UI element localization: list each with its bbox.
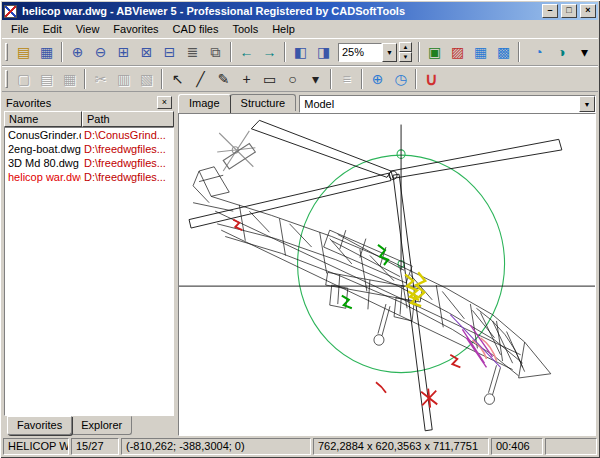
maximize-button[interactable]: □ (561, 4, 577, 18)
file-path: D:\freedwgfiles... (81, 170, 173, 184)
menu-favorites[interactable]: Favorites (106, 21, 165, 37)
layout-combo[interactable]: Model ▼ (299, 95, 596, 113)
grid-view-icon[interactable]: ▦ (469, 41, 492, 63)
status-bar: HELICOP WAR15/27(-810,262; -388,3004; 0)… (2, 436, 598, 456)
menu-tools[interactable]: Tools (225, 21, 265, 37)
preview-panel-icon[interactable]: ◨ (312, 41, 335, 63)
draw-polyline-icon[interactable]: ✎ (212, 68, 235, 90)
snap-center-icon[interactable]: ⊕ (366, 68, 389, 90)
minimize-button[interactable]: – (542, 4, 558, 18)
zoom-previous-icon[interactable]: ⊟ (158, 41, 181, 63)
back-icon[interactable]: ← (235, 41, 258, 63)
app-icon[interactable] (4, 5, 17, 18)
toolbar-separator (161, 69, 163, 89)
zoom-in-icon[interactable]: ⊕ (66, 41, 89, 63)
draw-circle-icon[interactable]: ○ (281, 68, 304, 90)
favorites-row[interactable]: ConusGrinder.dxfD:\ConusGrind... (5, 128, 173, 142)
copy-icon[interactable]: ⧉ (204, 41, 227, 63)
favorites-row[interactable]: helicop war.dwgD:\freedwgfiles... (5, 170, 173, 184)
blocks-view-icon[interactable]: ▩ (492, 41, 515, 63)
chevron-down-icon[interactable]: ▼ (579, 96, 595, 112)
window-title: helicop war.dwg - ABViewer 5 - Professio… (20, 5, 539, 17)
chevron-down-icon[interactable]: ▼ (382, 43, 397, 62)
title-bar: helicop war.dwg - ABViewer 5 - Professio… (2, 2, 598, 20)
select-arrow-icon[interactable]: ↖ (166, 68, 189, 90)
status-coords: (-810,262; -388,3004; 0) (121, 438, 311, 455)
file-name: 3D Md 80.dwg (5, 156, 81, 170)
render-dropdown-icon[interactable]: ▾ (573, 41, 596, 63)
menu-edit[interactable]: Edit (36, 21, 69, 37)
toolbar-separator (330, 69, 332, 89)
file-path: D:\ConusGrind... (81, 128, 173, 142)
panel-tab-favorites[interactable]: Favorites (7, 416, 72, 435)
draw-rectangle-icon[interactable]: ▭ (258, 68, 281, 90)
toolbar-separator (415, 69, 417, 89)
fit-page-icon[interactable]: ▣ (423, 41, 446, 63)
layout-combo-value: Model (300, 98, 579, 110)
close-panel-icon[interactable]: × (157, 96, 172, 109)
view-tab-structure[interactable]: Structure (230, 94, 297, 111)
open-file2-icon: ▤ (35, 68, 58, 90)
toolbar-separator (84, 69, 86, 89)
zoom-window-icon[interactable]: ⊞ (112, 41, 135, 63)
favorites-panel: Favorites × NamePath ConusGrinder.dxfD:\… (4, 94, 174, 436)
status-size: 762,2884 x 620,3563 x 711,7751 (313, 438, 489, 455)
print-icon[interactable]: ≣ (181, 41, 204, 63)
zoom-extents-icon[interactable]: ⊠ (135, 41, 158, 63)
color-select-icon[interactable]: ▨ (446, 41, 469, 63)
cad-wireframe-drawing[interactable] (179, 114, 595, 435)
redraw-time-icon[interactable]: ◷ (389, 68, 412, 90)
favorites-row[interactable]: 2eng-boat.dwgD:\freedwgfiles... (5, 142, 173, 156)
toolbar-separator (361, 69, 363, 89)
open-file-icon[interactable]: ▤ (12, 41, 35, 63)
view-tabs: ImageStructure (178, 94, 295, 113)
favorites-panel-header: Favorites × (4, 94, 174, 111)
file-name: helicop war.dwg (5, 170, 81, 184)
cut-icon: ✂ (89, 68, 112, 90)
status-page: 15/27 (71, 438, 119, 455)
structure-panel-icon[interactable]: ◧ (289, 41, 312, 63)
zoom-spinner[interactable]: ▲▼ (399, 42, 412, 62)
forward-icon[interactable]: → (258, 41, 281, 63)
column-header-name[interactable]: Name (4, 111, 82, 127)
draw-more-dropdown-icon[interactable]: ▾ (304, 68, 327, 90)
status-file: HELICOP WAR (3, 438, 69, 455)
view-tab-image[interactable]: Image (178, 94, 231, 113)
file-name: ConusGrinder.dxf (5, 128, 81, 142)
drawing-canvas[interactable] (178, 113, 596, 436)
snap-magnet-icon[interactable]: ∪ (420, 68, 443, 90)
render-mode-icon[interactable]: ◑ (550, 41, 573, 63)
column-header-path[interactable]: Path (82, 111, 174, 127)
viewer-panel: ImageStructure Model ▼ (178, 94, 596, 436)
favorites-panel-title: Favorites (6, 97, 157, 109)
toolbar-separator (61, 42, 63, 62)
zoom-level-value[interactable]: 25% (338, 43, 382, 62)
toolbar-grip[interactable] (5, 43, 8, 61)
favorites-row[interactable]: 3D Md 80.dwgD:\freedwgfiles... (5, 156, 173, 170)
zoom-level-combo[interactable]: 25%▼▲▼ (338, 42, 412, 62)
new-file-icon: ▢ (12, 68, 35, 90)
status-filler (545, 438, 597, 455)
toolbar-main: ▤▦⊕⊖⊞⊠⊟≣⧉←→◧◨25%▼▲▼▣▨▦▩◔◑▾ (2, 38, 598, 66)
zoom-out-icon[interactable]: ⊖ (89, 41, 112, 63)
menu-file[interactable]: File (4, 21, 36, 37)
toolbar-separator (284, 42, 286, 62)
draw-line-icon[interactable]: ╱ (189, 68, 212, 90)
close-button[interactable]: × (580, 4, 596, 18)
spin-up-icon[interactable]: ▲ (399, 42, 412, 52)
draw-cross-icon[interactable]: + (235, 68, 258, 90)
menu-cad-files[interactable]: CAD files (166, 21, 226, 37)
content-area: Favorites × NamePath ConusGrinder.dxfD:\… (2, 92, 598, 436)
file-path: D:\freedwgfiles... (81, 142, 173, 156)
orbit-3d-icon[interactable]: ◔ (527, 41, 550, 63)
panel-tab-explorer[interactable]: Explorer (71, 416, 132, 435)
toolbar-draw: ▢▤▦✂▥▧↖╱✎+▭○▾≡⊕◷∪ (2, 66, 598, 92)
menu-help[interactable]: Help (265, 21, 302, 37)
save-as-icon: ▦ (58, 68, 81, 90)
menu-view[interactable]: View (69, 21, 107, 37)
paste-icon: ▥ (112, 68, 135, 90)
toolbar-grip[interactable] (5, 70, 8, 88)
spin-down-icon[interactable]: ▼ (399, 52, 412, 62)
menu-bar: FileEditViewFavoritesCAD filesToolsHelp (2, 20, 598, 38)
save-file-icon[interactable]: ▦ (35, 41, 58, 63)
